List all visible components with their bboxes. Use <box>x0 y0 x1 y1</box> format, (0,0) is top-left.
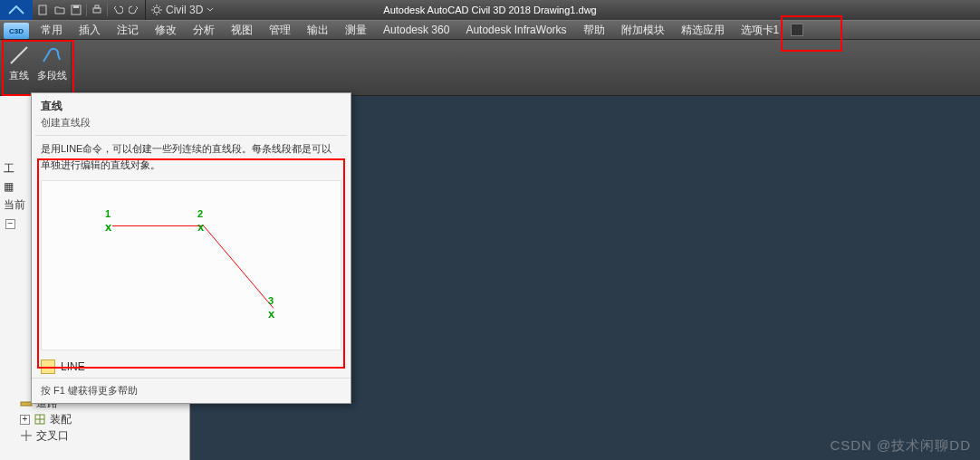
title-bar: Civil 3D Autodesk AutoCAD Civil 3D 2018 … <box>0 0 980 20</box>
tooltip-preview: 1x 2x 3x <box>41 180 341 350</box>
tab-custom1[interactable]: 选项卡1 <box>733 21 788 39</box>
preview-point-3: 3x <box>268 295 274 321</box>
tree-node-assembly[interactable]: + 装配 <box>5 411 189 427</box>
ribbon: 直线 多段线 <box>0 40 980 96</box>
collapse-icon[interactable]: − <box>5 219 15 229</box>
new-icon[interactable] <box>36 3 51 17</box>
line-button[interactable]: 直线 <box>4 42 34 83</box>
tab-featured[interactable]: 精选应用 <box>673 21 733 39</box>
tree-label-assembly: 装配 <box>50 412 72 427</box>
tab-a360[interactable]: Autodesk 360 <box>375 21 457 39</box>
svg-point-5 <box>154 7 159 13</box>
tooltip-help: 按 F1 键获得更多帮助 <box>32 378 351 403</box>
gear-icon <box>151 5 162 15</box>
tab-help[interactable]: 帮助 <box>575 21 613 39</box>
tab-manage[interactable]: 管理 <box>261 21 299 39</box>
tab-home[interactable]: 常用 <box>33 21 71 39</box>
app-menu-button[interactable] <box>0 0 33 20</box>
preview-point-1: 1x <box>105 208 111 234</box>
tab-infraworks[interactable]: Autodesk InfraWorks <box>457 21 574 39</box>
tab-modify[interactable]: 修改 <box>147 21 185 39</box>
toolbox-label: 工 <box>4 161 14 177</box>
intersection-icon <box>20 429 33 442</box>
svg-rect-2 <box>73 5 79 8</box>
tree-node-intersection[interactable]: 交叉口 <box>5 427 189 444</box>
svg-line-14 <box>204 226 274 309</box>
palette-icon: ▦ <box>4 180 14 193</box>
tab-extras <box>791 24 803 36</box>
redo-icon[interactable] <box>127 3 141 17</box>
chevron-down-icon <box>207 6 214 14</box>
tab-view[interactable]: 视图 <box>223 21 261 39</box>
workspace-label: Civil 3D <box>166 4 203 16</box>
svg-rect-4 <box>95 5 99 8</box>
polyline-icon <box>40 43 63 67</box>
tab-analyze[interactable]: 分析 <box>185 21 223 39</box>
print-icon[interactable] <box>90 3 104 17</box>
svg-rect-0 <box>39 5 46 14</box>
preview-lines <box>42 181 341 350</box>
tab-insert[interactable]: 插入 <box>71 21 109 39</box>
tree-label-intersection: 交叉口 <box>36 428 69 444</box>
svg-line-6 <box>11 47 27 63</box>
tooltip-title: 直线 <box>32 93 351 116</box>
polyline-button[interactable]: 多段线 <box>36 42 67 83</box>
line-icon <box>7 43 31 67</box>
assembly-icon <box>34 413 46 426</box>
polyline-label: 多段线 <box>37 69 67 82</box>
preview-point-2: 2x <box>197 208 204 234</box>
command-icon <box>41 359 55 374</box>
panel-toggle-icon[interactable] <box>791 24 803 36</box>
undo-icon[interactable] <box>110 3 125 17</box>
tab-addons[interactable]: 附加模块 <box>613 21 673 39</box>
tooltip-command-row: LINE <box>32 356 351 378</box>
quick-access-toolbar <box>33 0 146 20</box>
svg-rect-3 <box>93 8 101 13</box>
command-tooltip: 直线 创建直线段 是用LINE命令，可以创建一些列连续的直线段。每条线段都是可以… <box>31 92 351 404</box>
watermark: CSDN @技术闲聊DD <box>830 437 971 455</box>
expand-icon[interactable]: + <box>20 415 30 425</box>
workspace-switcher[interactable]: Civil 3D <box>146 4 219 16</box>
line-label: 直线 <box>9 69 29 82</box>
tooltip-command: LINE <box>61 360 85 373</box>
tab-survey[interactable]: 测量 <box>337 21 375 39</box>
tooltip-description: 是用LINE命令，可以创建一些列连续的直线段。每条线段都是可以单独进行编辑的直线… <box>32 141 351 180</box>
current-label: 当前 <box>4 197 25 213</box>
ribbon-tabs: C3D 常用 插入 注记 修改 分析 视图 管理 输出 测量 Autodesk … <box>0 20 980 40</box>
ribbon-group-draw: 直线 多段线 <box>0 40 72 95</box>
tab-annotate[interactable]: 注记 <box>109 21 147 39</box>
tab-output[interactable]: 输出 <box>299 21 337 39</box>
app-icon-small[interactable]: C3D <box>4 23 29 39</box>
open-icon[interactable] <box>53 3 67 17</box>
tooltip-subtitle: 创建直线段 <box>32 116 351 135</box>
save-icon[interactable] <box>69 3 83 17</box>
